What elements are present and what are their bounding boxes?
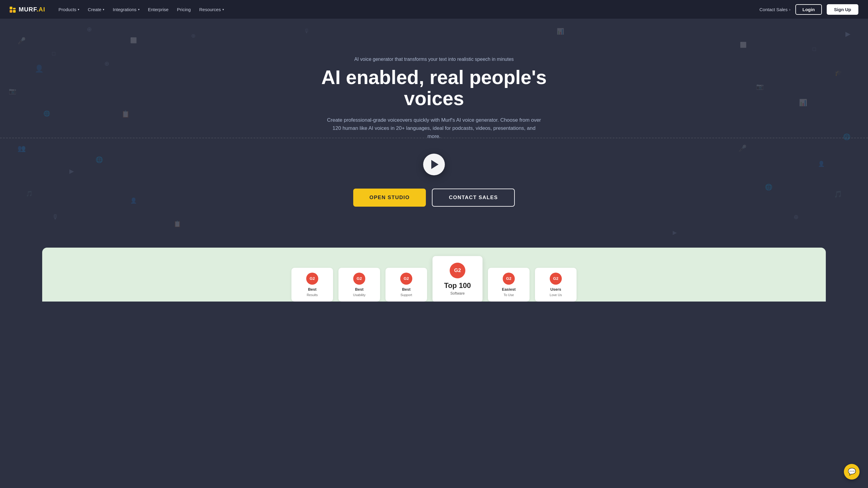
award-card-1: G2 Best Results (291, 268, 333, 301)
login-button[interactable]: Login (795, 4, 822, 15)
award-sublabel-2: Usability (343, 293, 376, 297)
nav-enterprise[interactable]: Enterprise (144, 4, 172, 14)
g2-badge-featured: G2 (450, 263, 465, 278)
cta-buttons: OPEN STUDIO CONTACT SALES (289, 189, 579, 207)
award-label-6: Users (539, 287, 572, 292)
nav-resources[interactable]: Resources ▾ (195, 4, 227, 14)
award-card-6: G2 Users Love Us (535, 268, 577, 301)
g2-badge-2: G2 (353, 272, 365, 285)
award-sublabel-5: To Use (492, 293, 525, 297)
contact-sales-button[interactable]: CONTACT SALES (432, 189, 515, 207)
nav-right: Contact Sales › Login Sign Up (760, 4, 858, 15)
award-sublabel-3: Support (390, 293, 423, 297)
hero-section: 🎤 □ ⊕ 👤 📷 🌐 👥 ▶ 🎵 🎙 ⬜ ⊕ 📋 🌐 👤 ▶ □ 🎓 📊 🌐 … (0, 19, 868, 248)
nav-integrations[interactable]: Integrations ▾ (109, 4, 143, 14)
nav-left: MURF.AI Products ▾ Create ▾ Integrations… (10, 4, 227, 14)
chevron-down-icon: ▾ (78, 8, 79, 11)
play-button-wrap (289, 154, 579, 175)
hero-content: AI voice generator that transforms your … (289, 57, 579, 207)
award-label-1: Best (296, 287, 329, 292)
chevron-down-icon: ▾ (138, 8, 140, 11)
g2-badge-3: G2 (400, 272, 412, 285)
awards-section: G2 Best Results G2 Best Usability G2 Bes… (0, 248, 868, 301)
hero-subtitle: AI voice generator that transforms your … (289, 57, 579, 62)
award-sublabel-featured: Software (438, 291, 477, 295)
play-button[interactable] (423, 154, 445, 175)
award-card-featured: G2 Top 100 Software (433, 256, 483, 301)
award-label-5: Easiest (492, 287, 525, 292)
signup-button[interactable]: Sign Up (827, 4, 858, 15)
award-card-2: G2 Best Usability (338, 268, 380, 301)
g2-badge-5: G2 (503, 272, 515, 285)
navbar: MURF.AI Products ▾ Create ▾ Integrations… (0, 0, 868, 19)
g2-badge-6: G2 (550, 272, 562, 285)
chevron-down-icon: ▾ (222, 8, 224, 11)
hero-description: Create professional-grade voiceovers qui… (326, 116, 542, 141)
play-icon (431, 160, 438, 169)
chevron-down-icon: ▾ (103, 8, 104, 11)
award-label-2: Best (343, 287, 376, 292)
award-sublabel-1: Results (296, 293, 329, 297)
nav-products[interactable]: Products ▾ (55, 4, 83, 14)
awards-container: G2 Best Results G2 Best Usability G2 Bes… (42, 248, 826, 301)
award-sublabel-6: Love Us (539, 293, 572, 297)
arrow-right-icon: › (789, 7, 790, 12)
hero-title: AI enabled, real people's voices (289, 67, 579, 109)
logo[interactable]: MURF.AI (10, 6, 45, 13)
award-label-3: Best (390, 287, 423, 292)
award-card-5: G2 Easiest To Use (488, 268, 530, 301)
open-studio-button[interactable]: OPEN STUDIO (353, 189, 426, 207)
logo-mark (10, 6, 16, 13)
award-label-featured: Top 100 (438, 281, 477, 290)
g2-badge-1: G2 (306, 272, 318, 285)
nav-pricing[interactable]: Pricing (173, 4, 194, 14)
nav-links: Products ▾ Create ▾ Integrations ▾ Enter… (55, 4, 227, 14)
logo-text: MURF.AI (19, 6, 45, 13)
nav-create[interactable]: Create ▾ (84, 4, 108, 14)
contact-sales-link[interactable]: Contact Sales › (760, 7, 790, 12)
award-card-3: G2 Best Support (385, 268, 427, 301)
